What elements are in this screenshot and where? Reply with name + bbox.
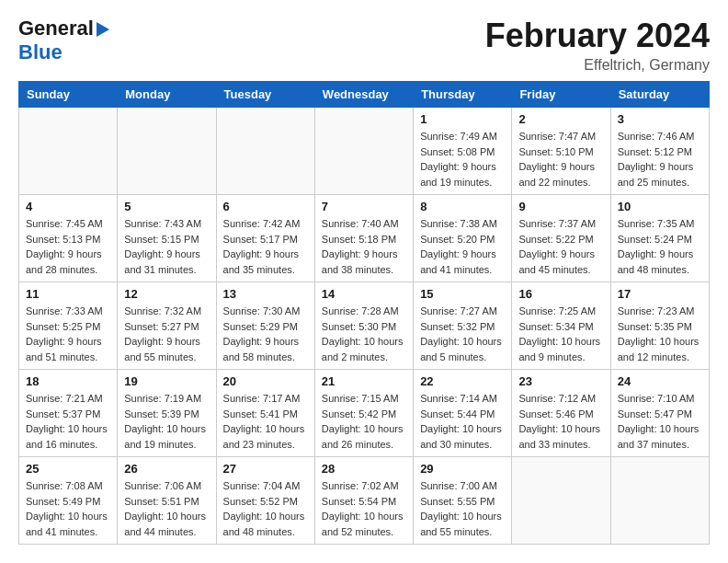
day-number: 4 [26, 200, 110, 213]
day-info-line: Sunset: 5:27 PM [124, 321, 199, 332]
weekday-header-tuesday: Tuesday [216, 82, 314, 108]
logo-arrow-icon [97, 22, 109, 37]
day-number: 27 [223, 462, 308, 476]
day-info-line: Daylight: 10 hours [223, 511, 305, 522]
day-info-line: and 35 minutes. [223, 264, 295, 275]
day-number: 8 [420, 200, 505, 213]
day-info-line: Daylight: 9 hours [420, 248, 496, 259]
day-info-line: Sunrise: 7:35 AM [618, 218, 695, 229]
day-info: Sunrise: 7:08 AMSunset: 5:49 PMDaylight:… [26, 478, 110, 539]
day-number: 19 [124, 374, 209, 388]
day-info: Sunrise: 7:06 AMSunset: 5:51 PMDaylight:… [124, 478, 209, 539]
calendar-cell: 7Sunrise: 7:40 AMSunset: 5:18 PMDaylight… [314, 195, 413, 282]
day-info-line: Sunset: 5:52 PM [223, 496, 298, 507]
day-info: Sunrise: 7:30 AMSunset: 5:29 PMDaylight:… [223, 304, 308, 364]
day-number: 7 [322, 200, 406, 213]
day-info: Sunrise: 7:37 AMSunset: 5:22 PMDaylight:… [518, 216, 603, 277]
main-title: February 2024 [485, 17, 710, 55]
calendar-week-row: 1Sunrise: 7:49 AMSunset: 5:08 PMDaylight… [19, 108, 710, 195]
day-info: Sunrise: 7:10 AMSunset: 5:47 PMDaylight:… [618, 391, 702, 452]
day-info-line: Sunrise: 7:49 AM [420, 131, 497, 142]
day-info-line: Sunset: 5:32 PM [420, 321, 495, 332]
calendar-cell: 14Sunrise: 7:28 AMSunset: 5:30 PMDayligh… [314, 282, 413, 370]
calendar-cell: 24Sunrise: 7:10 AMSunset: 5:47 PMDayligh… [610, 370, 709, 457]
day-info-line: Daylight: 10 hours [124, 511, 206, 522]
day-info-line: and 41 minutes. [26, 526, 97, 537]
day-number: 29 [420, 462, 505, 476]
day-info-line: Sunrise: 7:37 AM [518, 218, 596, 229]
day-info-line: Sunrise: 7:23 AM [618, 305, 695, 316]
day-info-line: Sunset: 5:49 PM [26, 496, 100, 507]
day-info-line: Sunrise: 7:02 AM [322, 480, 399, 491]
day-info-line: Sunset: 5:41 PM [223, 408, 298, 419]
day-info-line: Sunrise: 7:45 AM [26, 218, 103, 229]
calendar-cell: 26Sunrise: 7:06 AMSunset: 5:51 PMDayligh… [118, 457, 216, 545]
calendar-cell: 20Sunrise: 7:17 AMSunset: 5:41 PMDayligh… [216, 370, 314, 457]
day-info-line: and 5 minutes. [420, 351, 486, 362]
day-number: 14 [322, 287, 406, 301]
weekday-header-saturday: Saturday [610, 82, 709, 108]
calendar-cell: 10Sunrise: 7:35 AMSunset: 5:24 PMDayligh… [610, 195, 709, 282]
calendar-cell: 21Sunrise: 7:15 AMSunset: 5:42 PMDayligh… [314, 370, 413, 457]
calendar-cell: 18Sunrise: 7:21 AMSunset: 5:37 PMDayligh… [19, 370, 118, 457]
day-info: Sunrise: 7:35 AMSunset: 5:24 PMDaylight:… [618, 216, 702, 277]
day-info-line: Sunrise: 7:17 AM [223, 393, 301, 404]
day-info-line: Daylight: 9 hours [26, 336, 102, 347]
day-info-line: Daylight: 10 hours [322, 423, 404, 434]
day-info-line: and 55 minutes. [124, 351, 196, 362]
day-info-line: Sunrise: 7:10 AM [618, 393, 695, 404]
day-number: 16 [518, 287, 603, 301]
day-info-line: Daylight: 9 hours [618, 161, 694, 172]
day-info-line: Daylight: 9 hours [223, 248, 300, 259]
day-info: Sunrise: 7:27 AMSunset: 5:32 PMDaylight:… [420, 304, 505, 364]
day-info-line: Sunset: 5:22 PM [518, 234, 593, 245]
day-info-line: Sunrise: 7:14 AM [420, 393, 497, 404]
day-info-line: Sunrise: 7:27 AM [420, 305, 497, 316]
weekday-header-thursday: Thursday [414, 82, 512, 108]
calendar-cell [610, 457, 709, 545]
day-info-line: and 26 minutes. [322, 439, 393, 450]
day-info-line: Sunrise: 7:25 AM [518, 305, 596, 316]
day-info-line: and 48 minutes. [618, 264, 689, 275]
day-info-line: Sunset: 5:20 PM [420, 234, 495, 245]
day-info-line: Sunset: 5:18 PM [322, 234, 396, 245]
day-number: 15 [420, 287, 505, 301]
day-info-line: and 41 minutes. [420, 264, 492, 275]
day-info-line: Sunrise: 7:12 AM [518, 393, 596, 404]
day-number: 3 [618, 112, 702, 126]
day-info: Sunrise: 7:00 AMSunset: 5:55 PMDaylight:… [420, 478, 505, 539]
calendar-table: SundayMondayTuesdayWednesdayThursdayFrid… [18, 81, 710, 545]
day-info-line: Sunrise: 7:38 AM [420, 218, 497, 229]
day-info: Sunrise: 7:25 AMSunset: 5:34 PMDaylight:… [518, 304, 603, 364]
day-info: Sunrise: 7:21 AMSunset: 5:37 PMDaylight:… [26, 391, 110, 452]
day-info: Sunrise: 7:12 AMSunset: 5:46 PMDaylight:… [518, 391, 603, 452]
calendar-wrap: SundayMondayTuesdayWednesdayThursdayFrid… [0, 81, 728, 554]
day-info-line: Sunrise: 7:06 AM [124, 480, 201, 491]
day-info-line: Sunset: 5:30 PM [322, 321, 396, 332]
day-info-line: Daylight: 9 hours [420, 161, 496, 172]
calendar-week-row: 18Sunrise: 7:21 AMSunset: 5:37 PMDayligh… [19, 370, 710, 457]
day-info-line: and 12 minutes. [618, 351, 689, 362]
day-info-line: Daylight: 9 hours [124, 336, 200, 347]
day-info: Sunrise: 7:17 AMSunset: 5:41 PMDaylight:… [223, 391, 308, 452]
calendar-cell: 5Sunrise: 7:43 AMSunset: 5:15 PMDaylight… [118, 195, 216, 282]
day-info: Sunrise: 7:42 AMSunset: 5:17 PMDaylight:… [223, 216, 308, 277]
day-info: Sunrise: 7:28 AMSunset: 5:30 PMDaylight:… [322, 304, 406, 364]
day-info-line: Sunrise: 7:15 AM [322, 393, 399, 404]
day-info-line: Daylight: 10 hours [124, 423, 206, 434]
day-info-line: Daylight: 10 hours [518, 423, 600, 434]
day-info: Sunrise: 7:46 AMSunset: 5:12 PMDaylight:… [618, 129, 702, 190]
day-info-line: Sunset: 5:17 PM [223, 234, 298, 245]
calendar-cell [216, 108, 314, 195]
day-info-line: Sunrise: 7:32 AM [124, 305, 201, 316]
day-info-line: Daylight: 9 hours [618, 248, 694, 259]
day-info-line: and 23 minutes. [223, 439, 295, 450]
day-info-line: Sunset: 5:47 PM [618, 408, 692, 419]
day-info-line: Sunset: 5:51 PM [124, 496, 199, 507]
day-info-line: and 2 minutes. [322, 351, 388, 362]
day-number: 22 [420, 374, 505, 388]
day-info-line: Daylight: 10 hours [322, 336, 404, 347]
day-info-line: Daylight: 9 hours [26, 248, 102, 259]
day-info-line: Sunset: 5:54 PM [322, 496, 396, 507]
calendar-cell: 28Sunrise: 7:02 AMSunset: 5:54 PMDayligh… [314, 457, 413, 545]
